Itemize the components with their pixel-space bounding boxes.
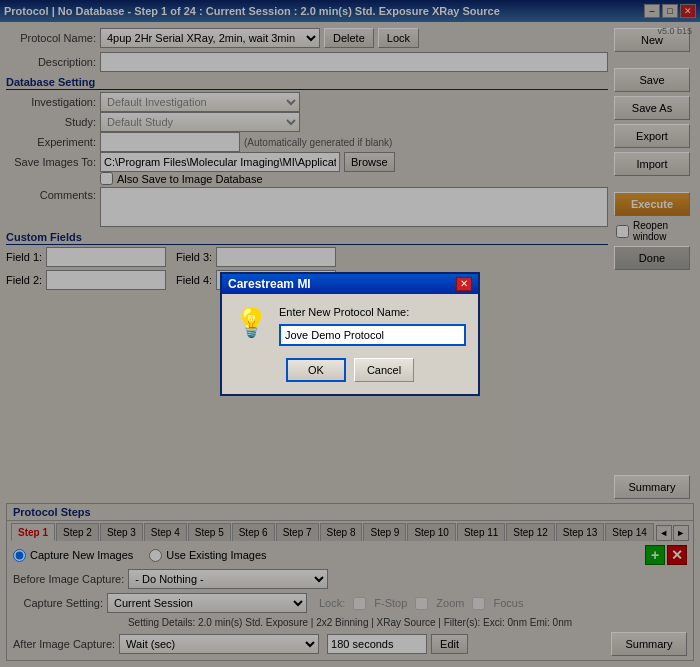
dialog-form: Enter New Protocol Name: (279, 306, 466, 346)
dialog-close-button[interactable]: ✕ (456, 277, 472, 291)
dialog: Carestream MI ✕ 💡 Enter New Protocol Nam… (220, 272, 480, 396)
dialog-ok-button[interactable]: OK (286, 358, 346, 382)
dialog-cancel-button[interactable]: Cancel (354, 358, 414, 382)
dialog-title-text: Carestream MI (228, 277, 311, 291)
dialog-input[interactable] (279, 324, 466, 346)
dialog-icon: 💡 (234, 306, 269, 339)
dialog-title-bar: Carestream MI ✕ (222, 274, 478, 294)
dialog-body: 💡 Enter New Protocol Name: (222, 294, 478, 358)
modal-overlay: Carestream MI ✕ 💡 Enter New Protocol Nam… (0, 0, 700, 667)
dialog-buttons: OK Cancel (222, 358, 478, 394)
dialog-prompt: Enter New Protocol Name: (279, 306, 466, 318)
